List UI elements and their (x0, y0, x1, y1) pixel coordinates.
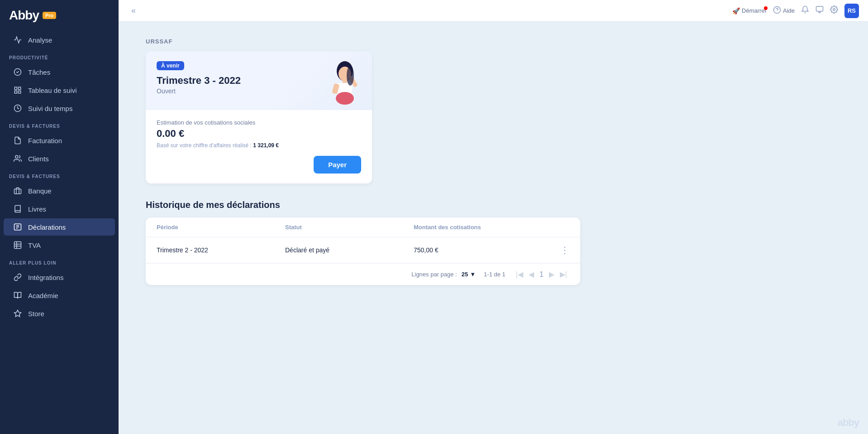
row-more-button[interactable]: ⋮ (542, 245, 569, 256)
sidebar-item-facturation[interactable]: Facturation (4, 132, 115, 149)
svg-rect-12 (14, 242, 21, 249)
urssaf-section-label: URSSAF (146, 38, 841, 45)
svg-rect-7 (14, 189, 21, 194)
sidebar-item-suivi[interactable]: Suivi du temps (4, 100, 115, 117)
notif-dot (764, 6, 768, 10)
sidebar-item-academie[interactable]: Académie (4, 287, 115, 304)
svg-point-22 (833, 9, 835, 11)
svg-point-30 (347, 66, 354, 86)
facturation-icon (13, 136, 23, 145)
estimation-basis: Basé sur votre chiffre d'affaires réalis… (157, 142, 361, 149)
svg-rect-3 (14, 91, 17, 93)
settings-icon[interactable] (830, 5, 838, 16)
clients-icon (13, 154, 23, 163)
basis-amount: 1 321,09 € (253, 142, 279, 149)
col-header-statut: Statut (285, 224, 414, 231)
sidebar-item-integrations[interactable]: Intégrations (4, 269, 115, 286)
table-row: Trimestre 2 - 2022 Déclaré et payé 750,0… (146, 237, 580, 263)
demarrer-icon: 🚀 (732, 7, 740, 14)
bell-icon[interactable] (801, 5, 809, 16)
urssaf-status: Ouvert (157, 87, 241, 95)
banque-icon (13, 187, 23, 195)
chevron-down-icon: ▼ (470, 271, 476, 278)
sidebar-item-label: Tableau de suivi (28, 87, 77, 94)
svg-rect-1 (14, 87, 17, 89)
cell-statut: Déclaré et payé (285, 246, 414, 254)
sidebar-item-taches[interactable]: Tâches (4, 63, 115, 81)
pagination-select[interactable]: 25 ▼ (462, 271, 476, 278)
integrations-icon (13, 273, 23, 281)
history-title: Historique de mes déclarations (146, 200, 841, 210)
help-label: Aide (783, 7, 795, 14)
pagination-info: 1-1 de 1 (484, 271, 506, 278)
avatar-button[interactable]: RS (844, 4, 859, 18)
svg-marker-16 (14, 310, 21, 317)
demarrer-btn-wrap: 🚀 Démarrer (732, 7, 767, 14)
pagination-page-1-button[interactable]: 1 (537, 270, 546, 280)
tableau-icon (13, 86, 23, 94)
col-header-actions (542, 224, 569, 231)
svg-rect-19 (816, 6, 823, 11)
cell-periode: Trimestre 2 - 2022 (157, 246, 285, 254)
sidebar-item-declarations[interactable]: Déclarations (4, 218, 115, 236)
sidebar-item-tva[interactable]: TVA (4, 236, 115, 254)
sidebar-item-label: Analyse (28, 36, 52, 44)
analyse-icon (13, 36, 23, 44)
sidebar-item-label: Académie (28, 292, 58, 299)
sidebar-item-label: TVA (28, 241, 41, 249)
pagination-last-button[interactable]: ▶| (558, 269, 569, 280)
topbar-right: 🚀 Démarrer Aide RS (732, 4, 859, 18)
sidebar-item-label: Clients (28, 155, 49, 163)
lines-per-page-value: 25 (462, 271, 468, 278)
logo-plan: Pro (43, 12, 56, 19)
section-devis2: DEVIS & FACTURES (0, 168, 119, 182)
demarrer-label: Démarrer (742, 7, 767, 14)
sidebar-item-banque[interactable]: Banque (4, 182, 115, 199)
tva-icon (13, 241, 23, 249)
logo-text: Abby (9, 8, 39, 23)
collapse-sidebar-button[interactable]: « (128, 4, 139, 17)
svg-point-27 (336, 92, 354, 105)
pagination-prev-button[interactable]: ◀ (526, 269, 536, 280)
content-area: URSSAF À venir Trimestre 3 - 2022 Ouvert (119, 22, 868, 434)
woman-svg (325, 61, 361, 106)
sidebar-item-label: Intégrations (28, 274, 63, 281)
basis-prefix: Basé sur votre chiffre d'affaires réalis… (157, 142, 252, 149)
estimation-amount: 0.00 € (157, 128, 361, 140)
sidebar-item-label: Store (28, 310, 44, 318)
history-table: Période Statut Montant des cotisations T… (146, 217, 580, 285)
topbar-left: « (128, 4, 139, 17)
pagination-row: Lignes par page : 25 ▼ 1-1 de 1 |◀ ◀ 1 ▶… (146, 263, 580, 285)
sidebar-item-label: Déclarations (28, 223, 66, 231)
help-icon (773, 6, 781, 15)
pagination-first-button[interactable]: |◀ (514, 269, 525, 280)
demarrer-button[interactable]: 🚀 Démarrer (732, 7, 767, 14)
sidebar-item-store[interactable]: Store (4, 305, 115, 322)
academie-icon (13, 291, 23, 299)
store-icon (13, 309, 23, 318)
estimation-label: Estimation de vos cotisations sociales (157, 119, 361, 126)
pay-button[interactable]: Payer (314, 156, 361, 174)
urssaf-card-info: À venir Trimestre 3 - 2022 Ouvert (157, 61, 241, 95)
sidebar-item-tableau[interactable]: Tableau de suivi (4, 82, 115, 99)
col-header-periode: Période (157, 224, 285, 231)
col-header-montant: Montant des cotisations (414, 224, 542, 231)
monitor-icon[interactable] (816, 5, 824, 16)
section-productivite: PRODUCTIVITÉ (0, 49, 119, 63)
sidebar-item-livres[interactable]: Livres (4, 200, 115, 217)
svg-point-6 (15, 155, 18, 158)
cell-montant: 750,00 € (414, 246, 542, 254)
help-button[interactable]: Aide (773, 6, 795, 15)
main-area: « 🚀 Démarrer Aide (119, 0, 868, 434)
sidebar-item-label: Tâches (28, 68, 50, 76)
pagination-next-button[interactable]: ▶ (547, 269, 557, 280)
logo: Abby Pro (0, 0, 119, 31)
section-devis1: DEVIS & FACTURES (0, 117, 119, 131)
declarations-icon (13, 223, 23, 231)
sidebar-item-label: Banque (28, 187, 52, 195)
topbar: « 🚀 Démarrer Aide (119, 0, 868, 22)
urssaf-card-top: À venir Trimestre 3 - 2022 Ouvert (146, 51, 372, 110)
sidebar-item-clients[interactable]: Clients (4, 150, 115, 167)
svg-rect-2 (19, 87, 21, 89)
sidebar-item-analyse[interactable]: Analyse (4, 31, 115, 48)
